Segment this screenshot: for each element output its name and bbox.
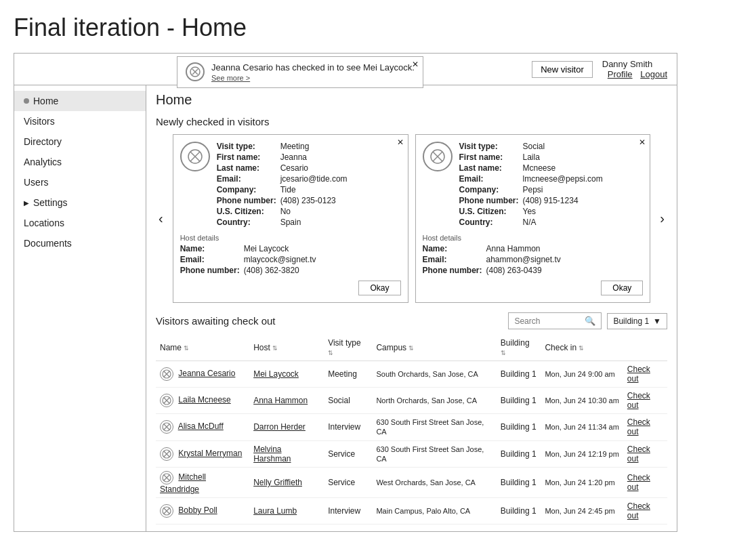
nav-left-arrow[interactable]: ‹: [156, 211, 166, 226]
cell-host-1: Anna Hammon: [249, 388, 324, 414]
main-area: Home Visitors Directory Analytics Users …: [14, 85, 677, 531]
cell-campus-2: 630 South First Street San Jose, CA: [372, 414, 496, 441]
sidebar-item-settings[interactable]: ▶ Settings: [14, 192, 146, 213]
cell-name-2: Alisa McDuff: [156, 414, 249, 441]
cell-name-4: Mitchell Standridge: [156, 468, 249, 498]
row-icon-2: [160, 420, 173, 434]
cell-checkin-0: Mon, Jun 24 9:00 am: [541, 361, 623, 388]
cell-host-3: Melvina Harshman: [249, 440, 324, 468]
val-host-name-1: Anna Hammon: [486, 244, 541, 253]
profile-link[interactable]: Profile: [608, 69, 633, 79]
cell-campus-4: West Orchards, San Jose, CA: [372, 468, 496, 498]
logout-link[interactable]: Logout: [640, 69, 667, 79]
visitor-name-link-3[interactable]: Krystal Merryman: [178, 449, 242, 458]
cell-building-1: Building 1: [497, 388, 541, 414]
sort-visit-icon[interactable]: ⇅: [328, 350, 333, 356]
checkout-link-3[interactable]: Check out: [627, 445, 650, 463]
host-link-0[interactable]: Mei Laycock: [253, 369, 299, 379]
cell-visit-type-2: Interview: [324, 414, 372, 441]
host-details-1: Host details Name:Anna Hammon Email:aham…: [423, 234, 644, 275]
sort-building-icon[interactable]: ⇅: [501, 350, 506, 356]
checkout-link-1[interactable]: Check out: [627, 391, 650, 410]
sidebar-item-analytics[interactable]: Analytics: [14, 152, 146, 172]
col-building: Building ⇅: [497, 335, 541, 361]
card-avatar-0: [180, 142, 210, 171]
host-link-4[interactable]: Nelly Griffieth: [253, 478, 302, 487]
cell-host-5: Laura Lumb: [249, 498, 324, 524]
okay-button-1[interactable]: Okay: [601, 281, 643, 295]
visitor-name-link-5[interactable]: Bobby Poll: [178, 506, 217, 515]
cell-building-4: Building 1: [497, 468, 541, 498]
table-row: Jeanna Cesario Mei Laycock Meeting South…: [156, 361, 667, 388]
active-bullet: [24, 98, 29, 104]
user-section: Danny Smith Profile Logout: [602, 59, 667, 79]
checkout-link-0[interactable]: Check out: [627, 365, 650, 384]
col-visit-type: Visit type ⇅: [324, 335, 372, 361]
sidebar-label-locations: Locations: [24, 218, 64, 228]
cell-checkout-2: Check out: [623, 414, 667, 441]
sort-checkin-icon[interactable]: ⇅: [579, 345, 584, 352]
sidebar-item-documents[interactable]: Documents: [14, 233, 146, 253]
sidebar-item-directory[interactable]: Directory: [14, 131, 146, 152]
table-body: Jeanna Cesario Mei Laycock Meeting South…: [156, 361, 667, 524]
visitor-name-link-1[interactable]: Laila Mcneese: [178, 395, 230, 405]
col-host: Host ⇅: [249, 335, 324, 361]
building-value: Building 1: [613, 316, 649, 326]
cell-host-4: Nelly Griffieth: [249, 468, 324, 498]
table-row: Alisa McDuff Darron Herder Interview 630…: [156, 414, 667, 441]
sort-campus-icon[interactable]: ⇅: [408, 345, 414, 352]
table-row: Bobby Poll Laura Lumb Interview Main Cam…: [156, 498, 667, 524]
val-company-1: Pepsi: [523, 185, 543, 194]
sidebar-label-users: Users: [24, 177, 49, 188]
nav-right-arrow[interactable]: ›: [657, 211, 667, 226]
val-phone-1: (408) 915-1234: [523, 196, 579, 205]
checkout-title: Visitors awaiting check out: [156, 315, 275, 327]
val-first-name-0: Jeanna: [280, 152, 307, 162]
sidebar-item-users[interactable]: Users: [14, 172, 146, 192]
checkout-link-2[interactable]: Check out: [627, 417, 650, 436]
val-first-name-1: Laila: [523, 152, 540, 162]
visitor-name-link-2[interactable]: Alisa McDuff: [178, 421, 224, 431]
sort-name-icon[interactable]: ⇅: [184, 345, 189, 352]
see-more-link[interactable]: See more >: [211, 74, 415, 82]
checkout-link-5[interactable]: Check out: [627, 501, 650, 520]
building-dropdown[interactable]: Building 1 ▼: [607, 313, 667, 329]
host-link-5[interactable]: Laura Lumb: [253, 506, 297, 516]
notification-close-icon[interactable]: ✕: [412, 60, 419, 69]
sidebar-item-visitors[interactable]: Visitors: [14, 111, 146, 131]
visitor-name-link-0[interactable]: Jeanna Cesario: [178, 369, 235, 378]
page-title: Final iteration - Home: [14, 14, 742, 42]
host-link-1[interactable]: Anna Hammon: [253, 396, 308, 405]
sidebar-item-locations[interactable]: Locations: [14, 213, 146, 233]
okay-button-0[interactable]: Okay: [358, 281, 400, 295]
sidebar-label-documents: Documents: [24, 238, 72, 249]
cell-checkout-3: Check out: [623, 440, 667, 468]
sidebar-label-home: Home: [33, 96, 58, 106]
sort-host-icon[interactable]: ⇅: [272, 345, 278, 352]
label-host-name: Name:: [180, 244, 241, 253]
sidebar-item-home[interactable]: Home: [14, 91, 146, 111]
val-host-email-0: mlaycock@signet.tv: [244, 255, 316, 264]
host-link-2[interactable]: Darron Herder: [253, 422, 306, 432]
val-phone-0: (408) 235-0123: [280, 196, 336, 205]
val-host-name-0: Mei Laycock: [244, 244, 289, 253]
checkout-link-4[interactable]: Check out: [627, 473, 650, 492]
host-details-label-0: Host details: [180, 234, 401, 242]
val-visit-type-1: Social: [523, 142, 545, 151]
card-close-0[interactable]: ✕: [397, 138, 404, 147]
cell-campus-1: North Orchards, San Jose, CA: [372, 388, 496, 414]
host-link-3[interactable]: Melvina Harshman: [253, 445, 291, 463]
visitor-cards-container: ‹ ✕ Visit type:Meeting First name:Jeanna: [156, 134, 667, 303]
search-icon: 🔍: [585, 316, 595, 326]
cell-building-2: Building 1: [497, 414, 541, 441]
col-checkout-action: [623, 335, 667, 361]
search-box: 🔍: [508, 312, 602, 329]
card-close-1[interactable]: ✕: [639, 138, 646, 147]
row-icon-3: [160, 447, 173, 461]
checkout-header: Visitors awaiting check out 🔍 Building 1…: [156, 312, 667, 329]
search-input[interactable]: [514, 316, 582, 326]
sidebar-label-analytics: Analytics: [24, 157, 62, 167]
top-bar: Jeanna Cesario has checked in to see Mei…: [14, 54, 677, 85]
new-visitor-button[interactable]: New visitor: [532, 61, 593, 78]
user-name: Danny Smith: [602, 59, 667, 69]
